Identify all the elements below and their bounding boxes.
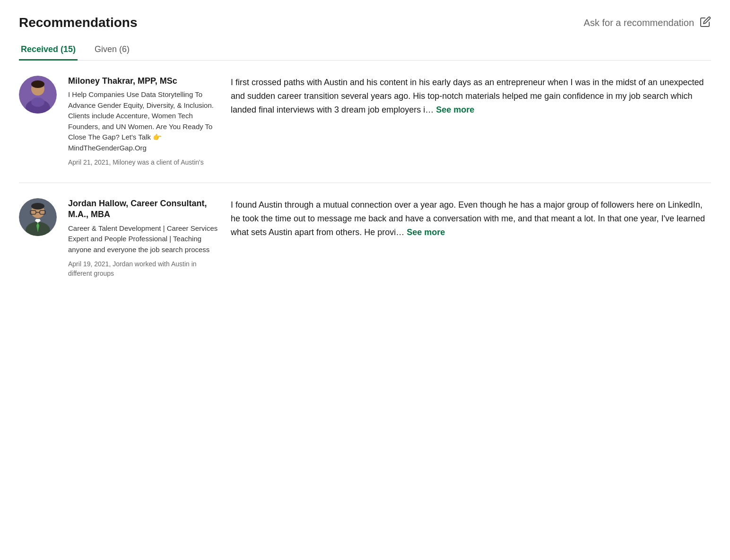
svg-point-2 [31,80,44,88]
recommender-headline: I Help Companies Use Data Storytelling T… [68,89,219,153]
recommendations-list: Miloney Thakrar, MPP, MSc I Help Compani… [19,61,711,293]
recommendation-body: I found Austin through a mutual connecti… [231,200,705,237]
tabs-container: Received (15) Given (6) [19,40,711,61]
recommender-name: Miloney Thakrar, MPP, MSc [68,76,219,87]
edit-icon[interactable] [700,16,711,29]
recommendation-item: Jordan Hallow, Career Consultant, M.A., … [19,183,711,293]
svg-point-7 [31,203,44,210]
ask-recommendation-link[interactable]: Ask for a recommendation [584,18,694,28]
recommender-name: Jordan Hallow, Career Consultant, M.A., … [68,198,219,220]
recommender-headline: Career & Talent Development | Career Ser… [68,223,219,255]
see-more-link[interactable]: See more [407,228,445,237]
ask-recommendation-area: Ask for a recommendation [584,16,711,29]
tab-received[interactable]: Received (15) [19,40,78,61]
svg-point-4 [31,97,44,107]
page-title: Recommendations [19,15,138,30]
see-more-link[interactable]: See more [436,105,474,114]
recommender-info: Miloney Thakrar, MPP, MSc I Help Compani… [68,76,219,167]
avatar [19,198,57,236]
recommender-date: April 21, 2021, Miloney was a client of … [68,158,219,167]
recommendation-text: I found Austin through a mutual connecti… [231,198,711,278]
recommendation-item: Miloney Thakrar, MPP, MSc I Help Compani… [19,61,711,183]
tab-given[interactable]: Given (6) [93,40,131,61]
recommendations-header: Recommendations Ask for a recommendation [19,15,711,30]
recommender-info: Jordan Hallow, Career Consultant, M.A., … [68,198,219,278]
avatar [19,76,57,114]
recommendation-text: I first crossed paths with Austin and hi… [231,76,711,167]
recommender-date: April 19, 2021, Jordan worked with Austi… [68,260,219,278]
